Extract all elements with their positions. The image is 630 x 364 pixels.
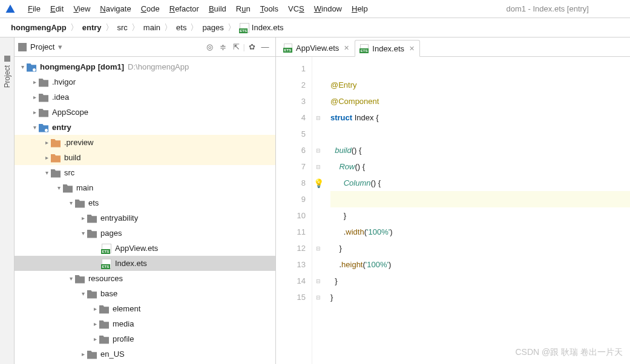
menu-edit[interactable]: Edit — [45, 4, 68, 13]
menu-view[interactable]: View — [68, 4, 95, 13]
menu-tools[interactable]: Tools — [255, 4, 283, 13]
tree-selected-file[interactable]: ▸Index.ets — [15, 256, 275, 271]
folder-icon — [75, 198, 85, 208]
folder-icon — [39, 77, 48, 87]
folder-icon — [99, 334, 109, 344]
project-label[interactable]: Project — [30, 42, 54, 51]
module-folder-icon — [39, 123, 48, 132]
crumb-6[interactable]: Index.ets — [252, 23, 284, 32]
close-icon[interactable]: ✕ — [344, 44, 349, 52]
editor-tabs: AppView.ets✕ Index.ets✕ — [276, 37, 630, 57]
project-view-dropdown-icon[interactable]: ▾ — [58, 42, 62, 51]
folder-icon — [87, 213, 97, 223]
project-view-icon — [18, 43, 27, 51]
folder-icon — [75, 274, 85, 284]
crumb-0[interactable]: hongmengApp — [11, 23, 67, 32]
folder-icon — [99, 304, 109, 314]
code-editor[interactable]: 123456789101112131415 ⊟⊟⊟💡⊟⊟⊟ @Entry @Co… — [276, 57, 630, 364]
tab-index[interactable]: Index.ets✕ — [355, 40, 420, 57]
folder-icon — [87, 349, 97, 359]
menu-build[interactable]: Build — [204, 4, 231, 13]
module-folder-icon — [27, 62, 36, 72]
menu-vcs[interactable]: VCS — [283, 4, 309, 13]
folder-icon — [39, 93, 48, 102]
menu-refactor[interactable]: Refactor — [165, 4, 204, 13]
menu-code[interactable]: Code — [136, 4, 165, 13]
ets-file-icon — [102, 259, 111, 268]
folder-icon — [51, 168, 61, 178]
menu-file[interactable]: File — [23, 4, 45, 13]
code-source[interactable]: @Entry @Component struct Index { build()… — [324, 57, 630, 364]
menu-run[interactable]: Run — [231, 4, 255, 13]
crumb-5[interactable]: pages — [202, 23, 223, 32]
folder-icon — [87, 229, 97, 238]
project-tree[interactable]: ▾hongmengApp[dom1]D:\hongmengApp ▸.hvigo… — [15, 57, 275, 364]
tool-window-bar: Project — [0, 37, 15, 364]
project-tool-label[interactable]: Project — [3, 65, 11, 88]
folder-icon — [51, 138, 61, 148]
svg-rect-0 — [18, 43, 27, 51]
menu-bar: File Edit View Navigate Code Refactor Bu… — [0, 0, 630, 18]
ets-file-icon — [102, 244, 111, 253]
close-icon[interactable]: ✕ — [409, 45, 415, 53]
crumb-4[interactable]: ets — [176, 23, 186, 32]
folder-icon — [63, 183, 73, 193]
tab-appview[interactable]: AppView.ets✕ — [278, 39, 355, 56]
locate-icon[interactable]: ◎ — [203, 41, 217, 54]
ets-file-icon — [240, 23, 249, 33]
collapse-all-icon[interactable]: ⇱ — [230, 41, 243, 54]
expand-all-icon[interactable]: ≑ — [217, 41, 230, 54]
settings-icon[interactable]: ✿ — [245, 41, 258, 54]
crumb-1[interactable]: entry — [82, 23, 102, 32]
ets-file-icon — [360, 44, 369, 53]
project-tool-icon[interactable] — [4, 56, 10, 62]
hide-icon[interactable]: — — [258, 41, 272, 54]
project-header: Project ▾ ◎ ≑ ⇱ | ✿ — — [15, 37, 275, 57]
window-title: dom1 - Index.ets [entry] — [506, 4, 589, 13]
line-gutter: 123456789101112131415 — [276, 57, 312, 364]
fold-gutter: ⊟⊟⊟💡⊟⊟⊟ — [312, 57, 324, 364]
editor-area: AppView.ets✕ Index.ets✕ 1234567891011121… — [276, 37, 630, 364]
lightbulb-icon[interactable]: 💡 — [313, 178, 324, 188]
app-logo-icon — [5, 4, 16, 15]
crumb-3[interactable]: main — [143, 23, 160, 32]
folder-icon — [87, 289, 97, 299]
breadcrumb: hongmengApp〉 entry〉 src〉 main〉 ets〉 page… — [0, 18, 630, 37]
crumb-2[interactable]: src — [117, 23, 128, 32]
menu-help[interactable]: Help — [347, 4, 373, 13]
folder-icon — [51, 153, 61, 163]
menu-window[interactable]: Window — [309, 4, 347, 13]
folder-icon — [39, 108, 48, 117]
folder-icon — [99, 319, 109, 329]
menu-navigate[interactable]: Navigate — [95, 4, 136, 13]
ets-file-icon — [284, 44, 292, 52]
project-pane: Project ▾ ◎ ≑ ⇱ | ✿ — ▾hongmengApp[dom1]… — [15, 37, 276, 364]
